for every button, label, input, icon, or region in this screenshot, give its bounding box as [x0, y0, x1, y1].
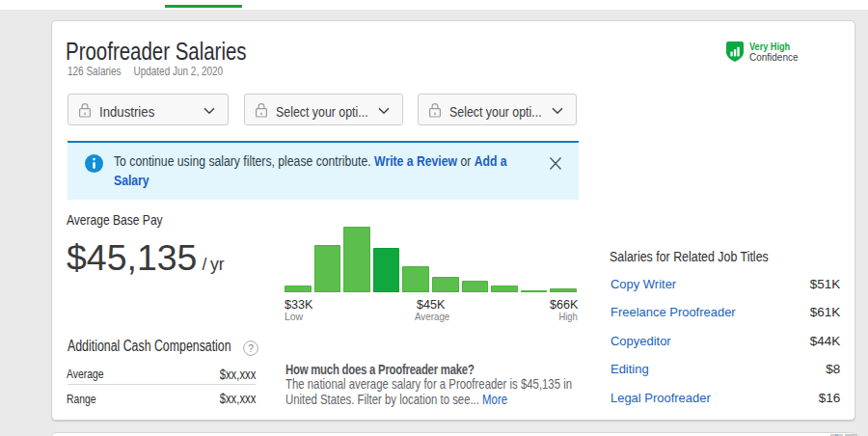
svg-text:?: ?	[248, 343, 254, 354]
